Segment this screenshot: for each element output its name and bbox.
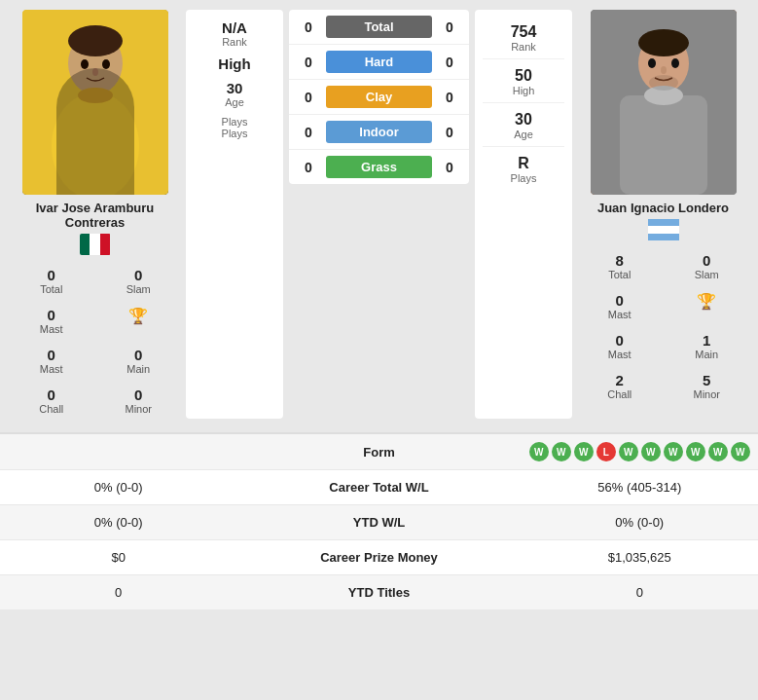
svg-point-7	[92, 68, 98, 76]
indoor-left-score: 0	[299, 125, 318, 140]
stats-row-2: $0 Career Prize Money $1,035,625	[0, 540, 758, 575]
surface-buttons: 0 Total 0 0 Hard 0 0 Cla	[289, 10, 469, 184]
player-right-photo-bg	[591, 10, 737, 195]
surfaces-column: 0 Total 0 0 Hard 0 0 Cla	[289, 10, 469, 419]
player-left-mast-val: 0 Mast	[10, 343, 93, 379]
stats-cell-center-2: Career Prize Money	[236, 540, 521, 574]
total-right-score: 0	[440, 19, 459, 35]
clay-right-score: 0	[440, 90, 459, 105]
form-label: Form	[236, 435, 521, 469]
form-badge-w: W	[641, 442, 661, 461]
grass-right-score: 0	[440, 160, 459, 175]
form-badge-w: W	[686, 442, 705, 461]
left-rank: N/A Rank	[196, 19, 273, 48]
surface-row-total: 0 Total 0	[289, 10, 469, 45]
svg-point-5	[81, 59, 89, 69]
player-right-card: Juan Ignacio Londero 8 Total 0 Slam	[578, 10, 748, 419]
left-age: 30 Age	[196, 80, 273, 108]
stats-row-3: 0 YTD Titles 0	[0, 575, 758, 610]
player-right-flag	[648, 219, 679, 240]
stats-row-0: 0% (0-0) Career Total W/L 56% (405-314)	[0, 470, 758, 505]
stats-table: Form WWWLWWWWWW 0% (0-0) Career Total W/…	[0, 432, 758, 610]
trophy-icon-left: 🏆	[128, 307, 148, 325]
total-btn[interactable]: Total	[326, 16, 432, 38]
player-right-photo	[591, 10, 737, 195]
svg-point-16	[649, 75, 678, 91]
player-right-name: Juan Ignacio Londero	[597, 201, 729, 215]
player-left-photo-bg	[22, 10, 168, 195]
player-left-silhouette	[22, 10, 168, 195]
form-badge-l: L	[596, 442, 616, 461]
trophy-icon-right: 🏆	[697, 292, 716, 311]
main-container: Ivar Jose Aramburu Contreras 0 Total	[0, 0, 758, 610]
svg-point-13	[648, 58, 656, 68]
stats-cell-right-2: $1,035,625	[522, 540, 758, 574]
hard-left-score: 0	[299, 55, 318, 70]
player-left-stats: 0 Total 0 Slam 0 Mast 🏆	[10, 263, 180, 419]
surface-row-indoor: 0 Indoor 0	[289, 115, 469, 150]
svg-point-2	[68, 25, 123, 56]
player-right-total: 8 Total	[578, 248, 662, 284]
form-badge-w: W	[552, 442, 571, 461]
svg-point-14	[671, 58, 679, 68]
player-left-flag	[80, 234, 111, 255]
player-right-minor: 5 Minor	[666, 368, 749, 404]
surface-row-hard: 0 Hard 0	[289, 45, 469, 80]
comparison-section: Ivar Jose Aramburu Contreras 0 Total	[0, 0, 758, 428]
middle-section: N/A Rank High 30 Age Plays Plays	[186, 10, 572, 419]
stats-cell-left-1: 0% (0-0)	[0, 505, 236, 539]
player-right-silhouette	[591, 10, 737, 195]
surface-row-grass: 0 Grass 0	[289, 150, 469, 184]
stats-row-1: 0% (0-0) YTD W/L 0% (0-0)	[0, 505, 758, 540]
stats-cell-center-3: YTD Titles	[236, 575, 521, 609]
form-badge-w: W	[708, 442, 728, 461]
stats-cell-right-0: 56% (405-314)	[522, 470, 758, 504]
form-badge-w: W	[574, 442, 594, 461]
clay-btn[interactable]: Clay	[326, 86, 432, 108]
player-left-slam: 0 Slam	[97, 263, 181, 299]
svg-rect-11	[620, 95, 707, 195]
player-right-main: 1 Main	[666, 328, 749, 364]
stats-cell-right-1: 0% (0-0)	[522, 505, 758, 539]
grass-btn[interactable]: Grass	[326, 156, 432, 178]
hard-right-score: 0	[440, 55, 459, 70]
stats-cell-right-3: 0	[522, 575, 758, 609]
stats-cell-left-2: $0	[0, 540, 236, 574]
player-left-minor: 0 Minor	[97, 383, 181, 419]
right-plays: R Plays	[483, 149, 564, 190]
svg-point-15	[661, 66, 667, 74]
form-left-empty	[0, 442, 236, 461]
player-right-chall: 2 Chall	[578, 368, 662, 404]
player-right-mast-val: 0 Mast	[578, 328, 662, 364]
total-left-score: 0	[299, 19, 318, 35]
form-badges-right: WWWLWWWWWW	[522, 434, 758, 469]
form-badge-w: W	[731, 442, 750, 461]
form-badge-w: W	[529, 442, 549, 461]
player-left-main: 0 Main	[97, 343, 181, 379]
form-badge-w: W	[619, 442, 638, 461]
player-left-total: 0 Total	[10, 263, 93, 299]
svg-point-10	[638, 29, 689, 56]
stats-cell-left-0: 0% (0-0)	[0, 470, 236, 504]
player-left-mast: 0 Mast	[10, 303, 93, 339]
indoor-btn[interactable]: Indoor	[326, 121, 432, 143]
left-high: High	[196, 55, 273, 72]
player-right-trophy: 🏆	[666, 288, 749, 324]
hard-btn[interactable]: Hard	[326, 51, 432, 73]
player-right-slam: 0 Slam	[666, 248, 749, 284]
right-rank: 754 Rank	[483, 18, 564, 59]
stats-cell-center-0: Career Total W/L	[236, 470, 521, 504]
right-stats-box: 754 Rank 50 High 30 Age R Plays	[475, 10, 572, 419]
player-left-main-trophy: 🏆	[97, 303, 181, 339]
player-left-card: Ivar Jose Aramburu Contreras 0 Total	[10, 10, 180, 419]
stats-rows-container: 0% (0-0) Career Total W/L 56% (405-314) …	[0, 470, 758, 610]
right-high: 50 High	[483, 61, 564, 103]
surface-row-clay: 0 Clay 0	[289, 80, 469, 115]
form-row: Form WWWLWWWWWW	[0, 434, 758, 470]
clay-left-score: 0	[299, 90, 318, 105]
right-age: 30 Age	[483, 105, 564, 147]
stats-cell-center-1: YTD W/L	[236, 505, 521, 539]
grass-left-score: 0	[299, 160, 318, 175]
indoor-right-score: 0	[440, 125, 459, 140]
player-right-stats: 8 Total 0 Slam 0 Mast 🏆	[578, 248, 748, 404]
